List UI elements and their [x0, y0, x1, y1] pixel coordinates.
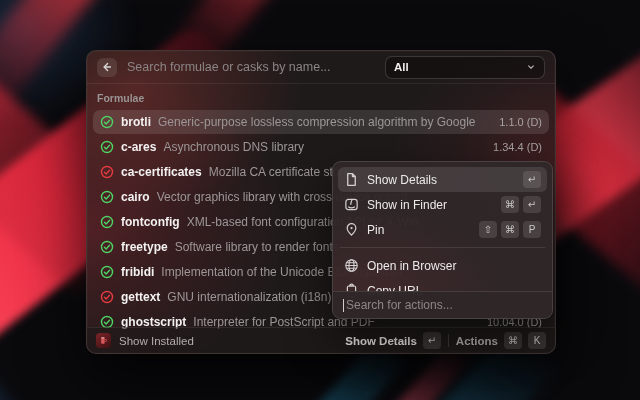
action-menu-item[interactable]: Open in Browser	[338, 253, 547, 278]
shortcut-keys: ↵	[523, 171, 541, 188]
action-label: Open in Browser	[367, 259, 533, 273]
footer-bar: Show Installed Show Details ↵ Actions ⌘ …	[87, 327, 555, 353]
shortcut-keys: ⇧⌘P	[479, 221, 541, 238]
back-button[interactable]	[97, 58, 117, 77]
action-menu-item[interactable]: Show Details ↵	[338, 167, 547, 192]
footer-actions: Show Details ↵ Actions ⌘ K	[345, 332, 546, 349]
actions-label: Actions	[456, 335, 498, 347]
wallpaper-shape	[0, 324, 70, 400]
formula-description: Asynchronous DNS library	[163, 140, 486, 154]
action-label: Pin	[367, 223, 471, 237]
homebrew-extension-icon	[96, 333, 111, 348]
key-badge: P	[523, 221, 541, 238]
key-badge: ↵	[523, 171, 541, 188]
footer-divider	[448, 334, 449, 347]
actions-button[interactable]: Actions ⌘ K	[456, 332, 546, 349]
arrow-left-icon	[101, 61, 113, 73]
return-key-badge: ↵	[423, 332, 441, 349]
formula-version: 1.1.0 (D)	[499, 116, 542, 128]
action-menu-item[interactable]: Pin ⇧⌘P	[338, 217, 547, 242]
actions-search-placeholder: Search for actions...	[346, 298, 453, 312]
formula-name: ca-certificates	[121, 165, 202, 179]
primary-action-label: Show Details	[345, 335, 417, 347]
finder-icon	[344, 197, 359, 212]
formula-name: cairo	[121, 190, 150, 204]
check-circle-icon	[100, 115, 114, 129]
check-circle-icon	[100, 290, 114, 304]
check-circle-icon	[100, 165, 114, 179]
formula-name: freetype	[121, 240, 168, 254]
check-circle-icon	[100, 265, 114, 279]
formula-row[interactable]: c-ares Asynchronous DNS library 1.34.4 (…	[93, 135, 549, 159]
formula-name: gettext	[121, 290, 160, 304]
formula-name: brotli	[121, 115, 151, 129]
menu-divider	[340, 247, 545, 248]
chevron-down-icon	[526, 62, 536, 72]
formula-name: fribidi	[121, 265, 154, 279]
action-menu-items: Show Details ↵ Show in Finder ⌘↵ Pin ⇧⌘P…	[333, 162, 552, 308]
filter-value: All	[394, 61, 409, 73]
desktop: All Formulae brotli Generic-purpose loss…	[0, 0, 640, 400]
primary-action-button[interactable]: Show Details ↵	[345, 332, 441, 349]
key-badge: ⌘	[501, 196, 519, 213]
command-key-badge: ⌘	[504, 332, 522, 349]
globe-icon	[344, 258, 359, 273]
key-badge: ⌘	[501, 221, 519, 238]
text-caret	[343, 299, 344, 312]
actions-search-input[interactable]: Search for actions...	[333, 291, 552, 318]
check-circle-icon	[100, 215, 114, 229]
filter-dropdown[interactable]: All	[385, 56, 545, 79]
k-key-badge: K	[528, 332, 546, 349]
key-badge: ⇧	[479, 221, 497, 238]
action-label: Show Details	[367, 173, 515, 187]
search-header: All	[87, 51, 555, 84]
formula-version: 1.34.4 (D)	[493, 141, 542, 153]
section-label: Formulae	[97, 92, 545, 104]
check-circle-icon	[100, 240, 114, 254]
key-badge: ↵	[523, 196, 541, 213]
formula-row[interactable]: brotli Generic-purpose lossless compress…	[93, 110, 549, 134]
check-circle-icon	[100, 190, 114, 204]
document-icon	[344, 172, 359, 187]
check-circle-icon	[100, 140, 114, 154]
show-installed-label[interactable]: Show Installed	[119, 335, 194, 347]
shortcut-keys: ⌘↵	[501, 196, 541, 213]
pin-icon	[344, 222, 359, 237]
formula-name: c-ares	[121, 140, 156, 154]
action-menu-item[interactable]: Show in Finder ⌘↵	[338, 192, 547, 217]
search-input[interactable]	[127, 60, 375, 74]
action-menu: Show Details ↵ Show in Finder ⌘↵ Pin ⇧⌘P…	[332, 161, 553, 319]
formula-name: fontconfig	[121, 215, 180, 229]
action-label: Show in Finder	[367, 198, 493, 212]
formula-description: Generic-purpose lossless compression alg…	[158, 115, 492, 129]
